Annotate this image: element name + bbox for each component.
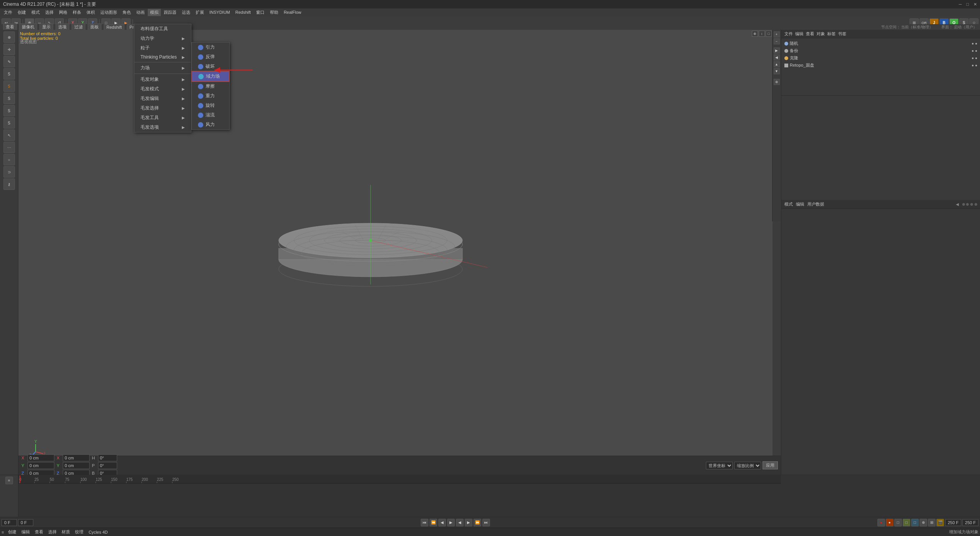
win-maximize[interactable]: □ xyxy=(966,2,969,7)
vp-strip-minus[interactable]: − xyxy=(774,38,780,44)
tool-s5[interactable]: S xyxy=(3,117,15,129)
rp-userdata[interactable]: 用户数据 xyxy=(807,201,824,207)
menu-expand[interactable]: 扩展 xyxy=(193,9,206,16)
force-destroy[interactable]: 破坏 xyxy=(192,62,229,71)
pos-y-input[interactable] xyxy=(28,462,54,469)
force-domain[interactable]: 域力场 xyxy=(192,71,229,82)
menu-spline[interactable]: 样条 xyxy=(70,9,83,16)
tool-wrap[interactable]: ⊃ xyxy=(3,166,15,178)
tool-key[interactable]: ⚷ xyxy=(3,178,15,190)
menu-mograph[interactable]: 运动图形 xyxy=(98,9,119,16)
tl-prev[interactable]: ⏪ xyxy=(430,519,437,526)
rot-x-input[interactable] xyxy=(63,454,90,461)
tl-begin[interactable]: ⏮ xyxy=(421,519,428,526)
tool-pen[interactable]: ✎ xyxy=(3,56,15,67)
tl-square-4[interactable]: ⊕ xyxy=(920,519,927,526)
pos-x-input[interactable] xyxy=(28,454,54,461)
apply-button[interactable]: 应用 xyxy=(763,461,778,469)
rp-nav-back[interactable]: ◀ xyxy=(956,202,959,206)
menu-hair-edit[interactable]: 毛发编辑 ▶ xyxy=(134,94,191,103)
menu-mesh[interactable]: 网格 xyxy=(57,9,70,16)
menu-window[interactable]: 窗口 xyxy=(254,9,267,16)
menu-hair-tool[interactable]: 毛发工具 ▶ xyxy=(134,113,191,123)
bottom-tab-cycles[interactable]: Cycles 4D xyxy=(86,529,110,535)
bottom-tab-view[interactable]: 查看 xyxy=(33,528,46,536)
tool-s4[interactable]: S xyxy=(3,105,15,116)
force-bounce[interactable]: 反弹 xyxy=(192,52,229,62)
frame-end[interactable]: 250 F xyxy=(945,519,961,526)
tl-next[interactable]: ⏩ xyxy=(474,519,481,526)
menu-help[interactable]: 帮助 xyxy=(268,9,281,16)
menu-file[interactable]: 文件 xyxy=(2,9,15,16)
rp-edit[interactable]: 编辑 xyxy=(795,31,804,37)
current-frame-display[interactable]: 0 F xyxy=(2,519,17,526)
menu-track[interactable]: 跟踪器 xyxy=(162,9,179,16)
tl-square-2[interactable]: □ xyxy=(903,519,910,526)
force-rotation[interactable]: 旋转 xyxy=(192,101,229,110)
rp-mode-btn[interactable]: 模式 xyxy=(784,201,793,207)
force-friction[interactable]: 摩擦 xyxy=(192,82,229,91)
p-input[interactable] xyxy=(98,462,117,469)
rp-tag[interactable]: 标签 xyxy=(827,31,836,37)
menu-anim[interactable]: 动画 xyxy=(134,9,147,16)
rp-editbtn[interactable]: 编辑 xyxy=(796,201,804,207)
menu-particles[interactable]: 粒子 ▶ xyxy=(134,43,191,53)
rp-obj-clone[interactable]: 克隆 ● ● xyxy=(781,54,980,62)
rp-object[interactable]: 对象 xyxy=(817,31,825,37)
menu-char[interactable]: 角色 xyxy=(120,9,133,16)
vp-btn-redshift[interactable]: Redshift xyxy=(104,24,124,30)
menu-yun[interactable]: 运选 xyxy=(180,9,193,16)
scale-select[interactable]: 缩放比例 xyxy=(734,462,761,469)
tl-film[interactable]: 🎬 xyxy=(936,519,944,526)
world-space-select[interactable]: 世界坐标 xyxy=(706,462,733,469)
tl-record[interactable]: ● xyxy=(877,519,885,526)
bottom-tab-edit[interactable]: 编辑 xyxy=(19,528,32,536)
menu-hair-opt[interactable]: 毛发选项 ▶ xyxy=(134,123,191,132)
tl-play-rev[interactable]: ◀ xyxy=(456,519,464,526)
bottom-tab-create[interactable]: 创建 xyxy=(6,528,19,536)
vp-strip-cam[interactable]: ⊕ xyxy=(774,79,780,85)
rp-file[interactable]: 文件 xyxy=(784,31,793,37)
vp-strip-2[interactable]: ◀ xyxy=(774,54,780,60)
vp-strip-3[interactable]: ▲ xyxy=(774,61,780,67)
vp-strip-1[interactable]: ▶ xyxy=(774,47,780,54)
rp-bookmark[interactable]: 书签 xyxy=(838,31,846,37)
force-gravity2[interactable]: 重力 xyxy=(192,91,229,101)
menu-create[interactable]: 创建 xyxy=(15,9,28,16)
bottom-tab-texture[interactable]: 纹理 xyxy=(73,528,86,536)
tl-end[interactable]: ⏭ xyxy=(482,519,490,526)
tool-s1[interactable]: S xyxy=(3,68,15,80)
menu-mode[interactable]: 模式 xyxy=(29,9,42,16)
menu-hair-mode[interactable]: 毛发模式 ▶ xyxy=(134,84,191,94)
tl-square-1[interactable]: □ xyxy=(894,519,902,526)
frame-start[interactable]: 0 F xyxy=(18,519,33,526)
menu-hair-obj[interactable]: 毛发对象 ▶ xyxy=(134,75,191,84)
rp-obj-random[interactable]: 随机 ● ● xyxy=(781,40,980,47)
rp-view[interactable]: 查看 xyxy=(806,31,814,37)
tl-prev-frame[interactable]: ◀ xyxy=(438,519,446,526)
menu-insydium[interactable]: INSYDIUM xyxy=(207,9,232,15)
menu-sim[interactable]: 模拟 xyxy=(148,9,161,16)
tool-s2[interactable]: S xyxy=(3,80,15,92)
tool-move2[interactable]: ✛ xyxy=(3,44,15,55)
tool-arrow[interactable]: ↖ xyxy=(3,129,15,141)
vp-strip-plus[interactable]: + xyxy=(774,31,780,38)
h-input[interactable] xyxy=(98,454,117,461)
tl-square-5[interactable]: ⊞ xyxy=(928,519,936,526)
menu-realflow[interactable]: RealFlow xyxy=(281,9,304,15)
tl-square-3[interactable]: □ xyxy=(911,519,919,526)
rot-y-input[interactable] xyxy=(63,462,90,469)
win-close[interactable]: ✕ xyxy=(973,2,977,7)
vp-ctrl-1[interactable]: ⊕ xyxy=(752,31,758,37)
force-gravity[interactable]: 引力 xyxy=(192,42,229,52)
rp-obj-backup[interactable]: 备份 ● ● xyxy=(781,47,980,54)
bottom-tab-select[interactable]: 选择 xyxy=(46,528,59,536)
vp-ctrl-2[interactable]: ↕ xyxy=(759,31,765,37)
menu-hair-sel[interactable]: 毛发选择 ▶ xyxy=(134,103,191,113)
tool-select[interactable]: ⊕ xyxy=(3,31,15,43)
menu-cloth-cache[interactable]: 布料缓存工具 xyxy=(134,24,191,34)
vp-ctrl-3[interactable]: □ xyxy=(766,31,772,37)
tl-play[interactable]: ▶ xyxy=(447,519,455,526)
rp-obj-retopo[interactable]: Retopo_圆盘 ● ● xyxy=(781,62,980,69)
menu-thinking-particles[interactable]: Thinking Particles ▶ xyxy=(134,53,191,61)
